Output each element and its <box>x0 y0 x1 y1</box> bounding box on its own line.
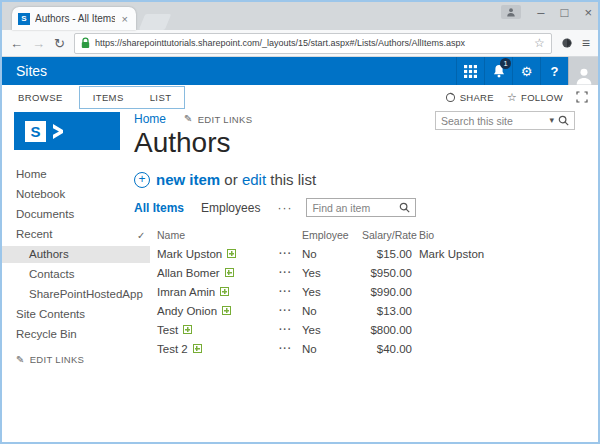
back-button[interactable]: ← <box>10 37 23 50</box>
new-item-plus-icon[interactable]: + <box>134 172 150 188</box>
table-row[interactable]: Mark Upston ··· No $15.00 Mark Upston <box>137 244 598 263</box>
sidebar-item-site-contents[interactable]: Site Contents <box>2 306 132 323</box>
sidebar-item-notebook[interactable]: Notebook <box>2 186 132 203</box>
table-row[interactable]: Andy Onion ··· No $13.00 <box>137 301 598 320</box>
new-item-link[interactable]: new item <box>156 171 220 188</box>
help-button[interactable]: ? <box>540 57 568 85</box>
find-item-box[interactable]: Find an item <box>306 198 416 217</box>
bookmark-star-icon[interactable]: ☆ <box>534 37 545 49</box>
sidebar-item-label: Authors <box>29 248 69 260</box>
window-maximize-button[interactable]: □ <box>561 6 569 19</box>
item-menu-button[interactable]: ··· <box>279 286 302 297</box>
salary-cell: $950.00 <box>362 267 412 279</box>
address-bar[interactable]: https://sharepointtutorials.sharepoint.c… <box>74 33 552 54</box>
top-edit-links[interactable]: ✎ EDIT LINKS <box>184 114 252 125</box>
site-search-box[interactable]: Search this site ▾ <box>435 111 575 130</box>
browser-profile-button[interactable] <box>501 5 521 19</box>
column-header-employee[interactable]: Employee <box>302 229 362 241</box>
sidebar-item-recycle-bin[interactable]: Recycle Bin <box>2 326 132 343</box>
table-row[interactable]: Imran Amin ··· Yes $990.00 <box>137 282 598 301</box>
sharepoint-favicon-icon: S <box>18 13 30 25</box>
new-item-badge-icon <box>193 344 202 353</box>
salary-cell: $990.00 <box>362 286 412 298</box>
settings-button[interactable]: ⚙ <box>512 57 540 85</box>
window-close-button[interactable]: × <box>584 6 592 19</box>
column-header-bio[interactable]: Bio <box>412 229 598 241</box>
view-tab-all-items[interactable]: All Items <box>134 201 184 215</box>
pencil-icon: ✎ <box>184 114 193 124</box>
browser-tab[interactable]: S Authors - All Items × <box>12 7 136 30</box>
star-icon: ☆ <box>507 92 517 103</box>
search-icon[interactable] <box>558 115 569 126</box>
breadcrumb-home-link[interactable]: Home <box>134 112 166 126</box>
chrome-menu-icon[interactable]: ≡ <box>582 36 590 50</box>
focus-on-content-icon[interactable] <box>576 91 588 103</box>
item-name-link[interactable]: Test <box>157 324 178 336</box>
pencil-icon: ✎ <box>16 355 25 365</box>
edit-list-link[interactable]: edit <box>242 171 266 188</box>
notification-badge: 1 <box>500 58 511 69</box>
item-name-link[interactable]: Test 2 <box>157 343 188 355</box>
sidebar-item-documents[interactable]: Documents <box>2 206 132 223</box>
item-menu-button[interactable]: ··· <box>279 248 302 259</box>
item-menu-button[interactable]: ··· <box>279 324 302 335</box>
tab-title: Authors - All Items <box>35 13 115 24</box>
search-icon[interactable] <box>399 202 410 213</box>
ribbon-tab-items[interactable]: ITEMS <box>80 92 137 103</box>
sharepoint-logo[interactable]: S <box>14 112 120 150</box>
notifications-button[interactable]: 1 <box>484 57 512 85</box>
view-tab-employees[interactable]: Employees <box>201 201 260 215</box>
item-name-link[interactable]: Andy Onion <box>157 305 217 317</box>
sidebar-item-recent[interactable]: Recent <box>2 226 132 243</box>
item-menu-button[interactable]: ··· <box>279 343 302 354</box>
sidebar-item-authors[interactable]: Authors <box>2 246 150 263</box>
item-menu-button[interactable]: ··· <box>279 305 302 316</box>
table-row[interactable]: Allan Bomer ··· Yes $950.00 <box>137 263 598 282</box>
new-item-badge-icon <box>183 325 192 334</box>
page-title: Authors <box>134 128 598 158</box>
table-row[interactable]: Test 2 ··· No $40.00 <box>137 339 598 358</box>
sharepoint-logo-letter: S <box>25 121 46 142</box>
search-scope-dropdown-icon[interactable]: ▾ <box>549 116 554 125</box>
new-item-badge-icon <box>220 287 229 296</box>
employee-cell: No <box>302 305 362 317</box>
app-launcher-button[interactable] <box>456 57 484 85</box>
views-more-button[interactable]: ··· <box>277 201 292 215</box>
suite-bar-title[interactable]: Sites <box>2 57 456 85</box>
cmd-or-text: or <box>224 171 237 188</box>
sidebar-item-contacts[interactable]: Contacts <box>2 266 132 283</box>
follow-button[interactable]: ☆ FOLLOW <box>507 92 563 103</box>
ribbon-tab-list[interactable]: LIST <box>137 92 185 103</box>
sidebar-item-sharepointhostedapp[interactable]: SharePointHostedApp <box>2 286 132 303</box>
person-icon <box>575 66 593 85</box>
column-header-salary[interactable]: Salary/Rate <box>362 229 412 241</box>
share-button[interactable]: SHARE <box>445 92 494 103</box>
forward-button[interactable]: → <box>32 37 45 50</box>
tab-close-icon[interactable]: × <box>120 13 130 25</box>
ribbon-tab-browse[interactable]: BROWSE <box>16 92 65 103</box>
employee-cell: No <box>302 248 362 260</box>
sidebar-item-home[interactable]: Home <box>2 166 132 183</box>
table-row[interactable]: Test ··· Yes $800.00 <box>137 320 598 339</box>
extension-icon[interactable] <box>561 37 573 49</box>
sidebar-item-label: Recent <box>16 228 52 240</box>
follow-label: FOLLOW <box>521 92 563 103</box>
refresh-button[interactable]: ↻ <box>54 37 65 50</box>
column-header-name[interactable]: Name <box>157 229 279 241</box>
sidebar-nav: HomeNotebookDocumentsRecentAuthorsContac… <box>2 166 132 343</box>
browser-window: S Authors - All Items × – □ × ← → ↻ http… <box>0 0 600 444</box>
url-text: https://sharepointtutorials.sharepoint.c… <box>95 38 529 48</box>
item-menu-button[interactable]: ··· <box>279 267 302 278</box>
user-avatar[interactable] <box>568 57 598 85</box>
new-item-badge-icon <box>222 306 231 315</box>
item-name-link[interactable]: Mark Upston <box>157 248 222 260</box>
new-tab-button[interactable] <box>139 14 171 30</box>
item-name-link[interactable]: Imran Amin <box>157 286 215 298</box>
window-minimize-button[interactable]: – <box>537 6 544 19</box>
ribbon-contextual-group: ITEMS LIST <box>79 86 186 109</box>
sidebar-edit-links[interactable]: ✎ EDIT LINKS <box>2 354 132 365</box>
list-header-row: ✓ Name Employee Salary/Rate Bio <box>137 226 598 244</box>
person-icon <box>506 7 516 17</box>
select-all-checkbox[interactable]: ✓ <box>137 230 157 241</box>
item-name-link[interactable]: Allan Bomer <box>157 267 220 279</box>
